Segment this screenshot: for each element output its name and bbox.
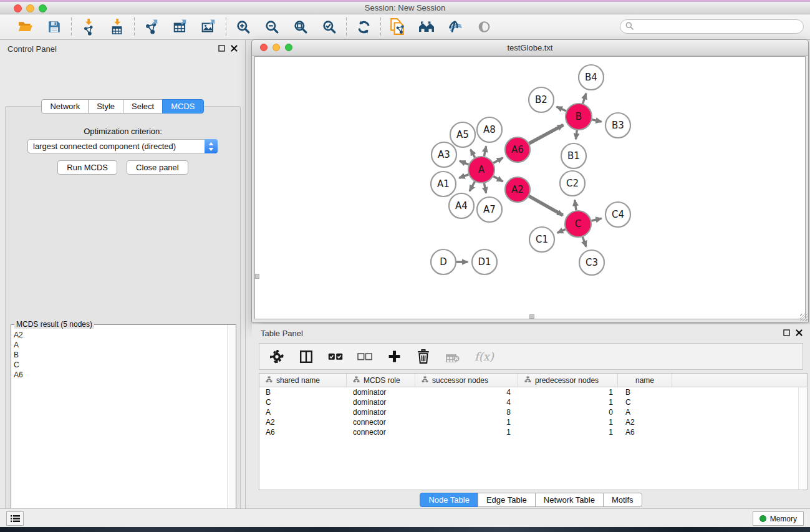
- minimize-window-button[interactable]: [26, 4, 34, 12]
- float-panel-icon[interactable]: [218, 44, 225, 54]
- edge-C-C2[interactable]: [575, 200, 576, 210]
- edge-A2-C[interactable]: [529, 196, 562, 215]
- table-cell[interactable]: dominator: [347, 388, 415, 397]
- result-list-item[interactable]: A6: [14, 370, 226, 380]
- table-cell[interactable]: A: [259, 408, 347, 417]
- edge-C-C4[interactable]: [591, 218, 601, 221]
- network-zoom-button[interactable]: [285, 44, 292, 51]
- network-minimize-button[interactable]: [272, 44, 280, 51]
- edge-A-A7[interactable]: [484, 183, 486, 193]
- tab-node-table[interactable]: Node Table: [420, 493, 478, 507]
- result-scrollbar[interactable]: [227, 325, 236, 532]
- edge-A-A8[interactable]: [484, 146, 486, 156]
- edge-B-B1[interactable]: [576, 130, 577, 139]
- table-row[interactable]: Adominator80A: [259, 407, 807, 417]
- result-list-item[interactable]: A2: [14, 330, 226, 340]
- table-cell[interactable]: 1: [415, 418, 518, 427]
- home-view-icon[interactable]: [418, 19, 435, 35]
- column-header-shared-name[interactable]: shared name: [259, 374, 347, 387]
- table-cell[interactable]: B: [618, 388, 672, 397]
- refresh-layout-icon[interactable]: [355, 19, 372, 35]
- duplicate-network-icon[interactable]: [390, 19, 406, 35]
- tab-network-table[interactable]: Network Table: [535, 493, 604, 507]
- close-panel-icon[interactable]: [231, 44, 238, 54]
- export-network-icon[interactable]: [143, 19, 160, 35]
- horizontal-scrollbar-thumb[interactable]: [529, 314, 534, 319]
- table-cell[interactable]: dominator: [347, 408, 415, 417]
- edge-A-A1[interactable]: [459, 175, 468, 178]
- edge-C-C3[interactable]: [582, 237, 586, 247]
- table-cell[interactable]: 4: [415, 388, 518, 397]
- resize-grip-icon[interactable]: [800, 314, 808, 321]
- search-field[interactable]: [620, 19, 804, 34]
- table-cell[interactable]: A: [618, 408, 672, 417]
- edge-A-A4[interactable]: [470, 181, 475, 191]
- table-row[interactable]: A2connector11A2: [259, 417, 807, 427]
- result-list-item[interactable]: C: [14, 360, 226, 370]
- table-header-row[interactable]: shared nameMCDS rolesuccessor nodesprede…: [259, 374, 807, 387]
- split-columns-icon[interactable]: [299, 349, 314, 364]
- result-list-item[interactable]: B: [14, 350, 226, 360]
- table-cell[interactable]: 0: [518, 408, 618, 417]
- run-mcds-button[interactable]: Run MCDS: [57, 160, 117, 175]
- table-cell[interactable]: 1: [518, 398, 618, 407]
- import-network-icon[interactable]: [80, 19, 97, 35]
- delete-column-icon[interactable]: [416, 349, 431, 364]
- tab-mcds[interactable]: MCDS: [162, 99, 203, 114]
- edge-B-B4[interactable]: [583, 94, 586, 104]
- result-list-item[interactable]: A: [14, 340, 226, 350]
- table-cell[interactable]: 8: [415, 408, 518, 417]
- edge-A-A2[interactable]: [493, 177, 503, 181]
- close-panel-button[interactable]: Close panel: [127, 160, 188, 175]
- tab-select[interactable]: Select: [123, 99, 163, 114]
- show-visibility-icon[interactable]: [476, 19, 492, 35]
- node-table[interactable]: shared nameMCDS rolesuccessor nodesprede…: [259, 373, 808, 490]
- edge-B-B2[interactable]: [557, 107, 566, 111]
- zoom-selected-icon[interactable]: [321, 19, 337, 35]
- table-cell[interactable]: A2: [259, 418, 347, 427]
- column-header-successor-nodes[interactable]: successor nodes: [415, 374, 518, 387]
- tab-network[interactable]: Network: [41, 99, 89, 114]
- table-row[interactable]: Bdominator41B: [259, 387, 807, 397]
- float-table-panel-icon[interactable]: [783, 329, 790, 338]
- memory-button[interactable]: Memory: [753, 511, 804, 526]
- export-table-icon[interactable]: [172, 19, 188, 35]
- table-cell[interactable]: A2: [618, 418, 672, 427]
- table-cell[interactable]: A6: [618, 428, 672, 437]
- column-header-predecessor-nodes[interactable]: predecessor nodes: [518, 374, 618, 387]
- table-row[interactable]: Cdominator41C: [259, 397, 807, 407]
- table-settings-icon[interactable]: [269, 349, 284, 364]
- edge-B-B3[interactable]: [592, 120, 601, 122]
- open-session-icon[interactable]: [17, 19, 34, 35]
- import-table-icon[interactable]: [109, 19, 125, 35]
- column-header-MCDS-role[interactable]: MCDS role: [347, 374, 415, 387]
- table-cell[interactable]: A6: [259, 428, 347, 437]
- table-cell[interactable]: dominator: [347, 398, 415, 407]
- column-header-name[interactable]: name: [618, 374, 672, 387]
- zoom-out-icon[interactable]: [264, 19, 280, 35]
- close-table-panel-icon[interactable]: [796, 329, 803, 338]
- task-history-button[interactable]: [6, 511, 24, 526]
- edge-A-A6[interactable]: [493, 158, 503, 163]
- apply-function-icon[interactable]: f(x): [475, 350, 494, 363]
- edge-A-A3[interactable]: [460, 161, 469, 165]
- edge-A-A5[interactable]: [471, 150, 475, 158]
- edge-A6-B[interactable]: [529, 125, 563, 143]
- select-all-icon[interactable]: [328, 349, 343, 364]
- hide-panels-icon[interactable]: [447, 19, 463, 35]
- table-cell[interactable]: C: [259, 398, 347, 407]
- criterion-dropdown[interactable]: largest connected component (directed): [27, 139, 218, 153]
- edge-C-C1[interactable]: [557, 230, 566, 233]
- table-cell[interactable]: 1: [415, 428, 518, 437]
- table-cell[interactable]: connector: [347, 418, 415, 427]
- close-window-button[interactable]: [14, 4, 22, 12]
- add-column-icon[interactable]: [387, 349, 402, 364]
- table-row[interactable]: A6connector11A6: [259, 427, 807, 437]
- network-close-button[interactable]: [260, 44, 268, 51]
- vertical-scrollbar-thumb[interactable]: [255, 274, 259, 279]
- network-window-titlebar[interactable]: testGlobe.txt: [252, 40, 808, 56]
- tab-edge-table[interactable]: Edge Table: [478, 493, 536, 507]
- table-scrollbar[interactable]: [798, 387, 807, 490]
- network-canvas[interactable]: B4B2BB3A5A8A6A3B1AA1C2A2A4A7C4CC1C3DD1: [254, 56, 806, 319]
- network-graph[interactable]: B4B2BB3A5A8A6A3B1AA1C2A2A4A7C4CC1C3DD1: [255, 57, 806, 319]
